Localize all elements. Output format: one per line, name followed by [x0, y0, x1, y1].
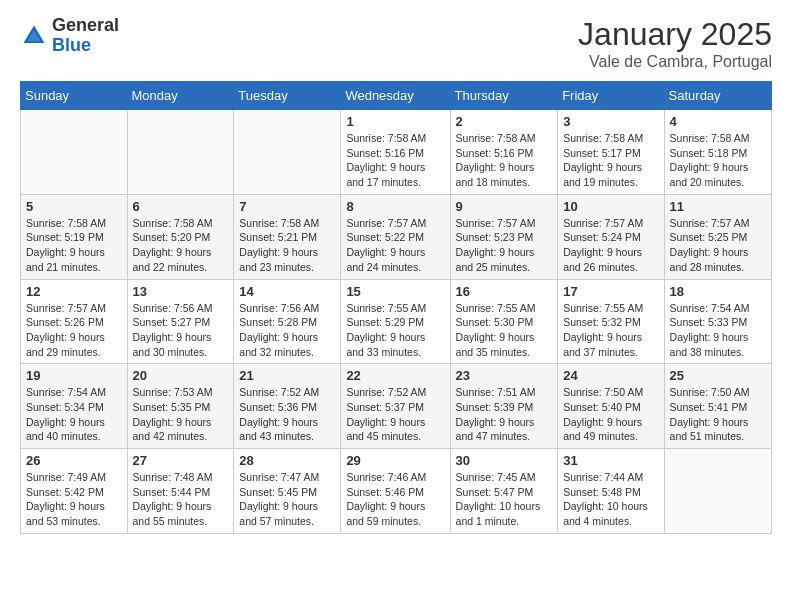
day-info: Sunrise: 7:57 AM Sunset: 5:22 PM Dayligh…: [346, 216, 444, 275]
col-sunday: Sunday: [21, 82, 128, 110]
day-number: 5: [26, 199, 122, 214]
table-row: 26Sunrise: 7:49 AM Sunset: 5:42 PM Dayli…: [21, 449, 128, 534]
table-row: 9Sunrise: 7:57 AM Sunset: 5:23 PM Daylig…: [450, 194, 558, 279]
day-info: Sunrise: 7:57 AM Sunset: 5:25 PM Dayligh…: [670, 216, 766, 275]
table-row: 2Sunrise: 7:58 AM Sunset: 5:16 PM Daylig…: [450, 110, 558, 195]
day-info: Sunrise: 7:45 AM Sunset: 5:47 PM Dayligh…: [456, 470, 553, 529]
table-row: 10Sunrise: 7:57 AM Sunset: 5:24 PM Dayli…: [558, 194, 664, 279]
col-thursday: Thursday: [450, 82, 558, 110]
calendar-week-5: 26Sunrise: 7:49 AM Sunset: 5:42 PM Dayli…: [21, 449, 772, 534]
col-wednesday: Wednesday: [341, 82, 450, 110]
day-info: Sunrise: 7:58 AM Sunset: 5:21 PM Dayligh…: [239, 216, 335, 275]
day-info: Sunrise: 7:52 AM Sunset: 5:36 PM Dayligh…: [239, 385, 335, 444]
day-number: 16: [456, 284, 553, 299]
day-number: 6: [133, 199, 229, 214]
day-number: 19: [26, 368, 122, 383]
day-info: Sunrise: 7:58 AM Sunset: 5:16 PM Dayligh…: [456, 131, 553, 190]
table-row: [664, 449, 771, 534]
day-info: Sunrise: 7:55 AM Sunset: 5:32 PM Dayligh…: [563, 301, 658, 360]
location-title: Vale de Cambra, Portugal: [578, 53, 772, 71]
calendar-week-3: 12Sunrise: 7:57 AM Sunset: 5:26 PM Dayli…: [21, 279, 772, 364]
day-info: Sunrise: 7:53 AM Sunset: 5:35 PM Dayligh…: [133, 385, 229, 444]
table-row: 6Sunrise: 7:58 AM Sunset: 5:20 PM Daylig…: [127, 194, 234, 279]
calendar: Sunday Monday Tuesday Wednesday Thursday…: [20, 81, 772, 534]
logo-blue: Blue: [52, 36, 119, 56]
table-row: 18Sunrise: 7:54 AM Sunset: 5:33 PM Dayli…: [664, 279, 771, 364]
table-row: 23Sunrise: 7:51 AM Sunset: 5:39 PM Dayli…: [450, 364, 558, 449]
day-number: 14: [239, 284, 335, 299]
table-row: 15Sunrise: 7:55 AM Sunset: 5:29 PM Dayli…: [341, 279, 450, 364]
day-number: 28: [239, 453, 335, 468]
day-number: 26: [26, 453, 122, 468]
day-number: 23: [456, 368, 553, 383]
table-row: 12Sunrise: 7:57 AM Sunset: 5:26 PM Dayli…: [21, 279, 128, 364]
table-row: 7Sunrise: 7:58 AM Sunset: 5:21 PM Daylig…: [234, 194, 341, 279]
day-number: 17: [563, 284, 658, 299]
day-info: Sunrise: 7:48 AM Sunset: 5:44 PM Dayligh…: [133, 470, 229, 529]
day-info: Sunrise: 7:52 AM Sunset: 5:37 PM Dayligh…: [346, 385, 444, 444]
day-number: 20: [133, 368, 229, 383]
day-info: Sunrise: 7:46 AM Sunset: 5:46 PM Dayligh…: [346, 470, 444, 529]
day-info: Sunrise: 7:58 AM Sunset: 5:17 PM Dayligh…: [563, 131, 658, 190]
table-row: 19Sunrise: 7:54 AM Sunset: 5:34 PM Dayli…: [21, 364, 128, 449]
table-row: 3Sunrise: 7:58 AM Sunset: 5:17 PM Daylig…: [558, 110, 664, 195]
day-info: Sunrise: 7:50 AM Sunset: 5:40 PM Dayligh…: [563, 385, 658, 444]
header: General Blue January 2025 Vale de Cambra…: [20, 16, 772, 71]
day-info: Sunrise: 7:57 AM Sunset: 5:23 PM Dayligh…: [456, 216, 553, 275]
day-info: Sunrise: 7:54 AM Sunset: 5:33 PM Dayligh…: [670, 301, 766, 360]
day-number: 25: [670, 368, 766, 383]
calendar-week-1: 1Sunrise: 7:58 AM Sunset: 5:16 PM Daylig…: [21, 110, 772, 195]
day-number: 4: [670, 114, 766, 129]
table-row: [127, 110, 234, 195]
day-info: Sunrise: 7:55 AM Sunset: 5:30 PM Dayligh…: [456, 301, 553, 360]
day-info: Sunrise: 7:44 AM Sunset: 5:48 PM Dayligh…: [563, 470, 658, 529]
day-info: Sunrise: 7:58 AM Sunset: 5:19 PM Dayligh…: [26, 216, 122, 275]
day-number: 2: [456, 114, 553, 129]
day-number: 10: [563, 199, 658, 214]
day-info: Sunrise: 7:58 AM Sunset: 5:18 PM Dayligh…: [670, 131, 766, 190]
day-number: 21: [239, 368, 335, 383]
logo-general: General: [52, 16, 119, 36]
page: General Blue January 2025 Vale de Cambra…: [0, 0, 792, 550]
col-saturday: Saturday: [664, 82, 771, 110]
table-row: 4Sunrise: 7:58 AM Sunset: 5:18 PM Daylig…: [664, 110, 771, 195]
table-row: 8Sunrise: 7:57 AM Sunset: 5:22 PM Daylig…: [341, 194, 450, 279]
day-info: Sunrise: 7:58 AM Sunset: 5:16 PM Dayligh…: [346, 131, 444, 190]
day-info: Sunrise: 7:57 AM Sunset: 5:26 PM Dayligh…: [26, 301, 122, 360]
table-row: 11Sunrise: 7:57 AM Sunset: 5:25 PM Dayli…: [664, 194, 771, 279]
table-row: [234, 110, 341, 195]
day-info: Sunrise: 7:50 AM Sunset: 5:41 PM Dayligh…: [670, 385, 766, 444]
logo-text: General Blue: [52, 16, 119, 56]
calendar-header-row: Sunday Monday Tuesday Wednesday Thursday…: [21, 82, 772, 110]
calendar-week-4: 19Sunrise: 7:54 AM Sunset: 5:34 PM Dayli…: [21, 364, 772, 449]
day-number: 22: [346, 368, 444, 383]
calendar-week-2: 5Sunrise: 7:58 AM Sunset: 5:19 PM Daylig…: [21, 194, 772, 279]
table-row: [21, 110, 128, 195]
table-row: 28Sunrise: 7:47 AM Sunset: 5:45 PM Dayli…: [234, 449, 341, 534]
table-row: 17Sunrise: 7:55 AM Sunset: 5:32 PM Dayli…: [558, 279, 664, 364]
day-number: 12: [26, 284, 122, 299]
day-number: 31: [563, 453, 658, 468]
table-row: 14Sunrise: 7:56 AM Sunset: 5:28 PM Dayli…: [234, 279, 341, 364]
table-row: 29Sunrise: 7:46 AM Sunset: 5:46 PM Dayli…: [341, 449, 450, 534]
day-info: Sunrise: 7:54 AM Sunset: 5:34 PM Dayligh…: [26, 385, 122, 444]
day-number: 13: [133, 284, 229, 299]
day-number: 24: [563, 368, 658, 383]
day-info: Sunrise: 7:49 AM Sunset: 5:42 PM Dayligh…: [26, 470, 122, 529]
day-info: Sunrise: 7:57 AM Sunset: 5:24 PM Dayligh…: [563, 216, 658, 275]
table-row: 27Sunrise: 7:48 AM Sunset: 5:44 PM Dayli…: [127, 449, 234, 534]
day-number: 11: [670, 199, 766, 214]
day-number: 29: [346, 453, 444, 468]
day-number: 8: [346, 199, 444, 214]
table-row: 20Sunrise: 7:53 AM Sunset: 5:35 PM Dayli…: [127, 364, 234, 449]
day-number: 3: [563, 114, 658, 129]
table-row: 13Sunrise: 7:56 AM Sunset: 5:27 PM Dayli…: [127, 279, 234, 364]
day-info: Sunrise: 7:51 AM Sunset: 5:39 PM Dayligh…: [456, 385, 553, 444]
title-block: January 2025 Vale de Cambra, Portugal: [578, 16, 772, 71]
day-info: Sunrise: 7:47 AM Sunset: 5:45 PM Dayligh…: [239, 470, 335, 529]
day-info: Sunrise: 7:56 AM Sunset: 5:27 PM Dayligh…: [133, 301, 229, 360]
col-friday: Friday: [558, 82, 664, 110]
day-number: 7: [239, 199, 335, 214]
day-number: 9: [456, 199, 553, 214]
day-number: 30: [456, 453, 553, 468]
